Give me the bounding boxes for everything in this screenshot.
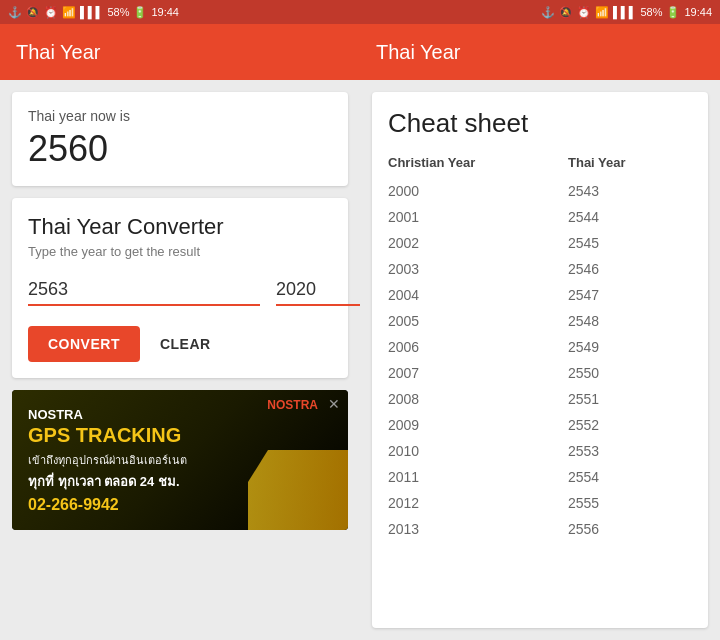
cheat-sheet-title: Cheat sheet	[388, 108, 692, 139]
thai-year-cell: 2553	[568, 438, 692, 464]
cheat-table-header: Christian Year Thai Year	[388, 151, 692, 178]
thai-year-cell: 2545	[568, 230, 692, 256]
right-panel: Cheat sheet Christian Year Thai Year 200…	[360, 80, 720, 640]
thai-year-cell: 2549	[568, 334, 692, 360]
thai-year-cell: 2546	[568, 256, 692, 282]
thai-year-cell: 2544	[568, 204, 692, 230]
current-year-label: Thai year now is	[28, 108, 332, 124]
thai-year-input[interactable]	[28, 275, 260, 306]
col1-header: Christian Year	[388, 151, 568, 178]
christian-year-cell: 2011	[388, 464, 568, 490]
ad-inner: NOSTRA ✕ NOSTRA GPS TRACKING เข้าถึงทุกอ…	[12, 390, 348, 530]
ad-truck-decoration	[248, 450, 348, 530]
bluetooth-icon-right: ⚓	[541, 6, 555, 19]
col2-header: Thai Year	[568, 151, 692, 178]
christian-year-cell: 2002	[388, 230, 568, 256]
christian-year-cell: 2003	[388, 256, 568, 282]
thai-year-cell: 2555	[568, 490, 692, 516]
signal-icon-right: ▌▌▌	[613, 6, 636, 18]
thai-year-cell: 2543	[568, 178, 692, 204]
status-bar-right: ⚓ 🔕 ⏰ 📶 ▌▌▌ 58% 🔋 19:44	[360, 0, 720, 24]
table-row: 20062549	[388, 334, 692, 360]
table-row: 20012544	[388, 204, 692, 230]
cheat-sheet-table: Christian Year Thai Year 200025432001254…	[388, 151, 692, 542]
thai-year-cell: 2554	[568, 464, 692, 490]
mute-icon: 🔕	[26, 6, 40, 19]
table-row: 20042547	[388, 282, 692, 308]
status-bar-left: ⚓ 🔕 ⏰ 📶 ▌▌▌ 58% 🔋 19:44	[0, 0, 360, 24]
ad-headline: GPS TRACKING	[28, 424, 332, 447]
table-row: 20122555	[388, 490, 692, 516]
cheat-table-body: 2000254320012544200225452003254620042547…	[388, 178, 692, 542]
left-panel: Thai year now is 2560 Thai Year Converte…	[0, 80, 360, 640]
alarm-icon: ⏰	[44, 6, 58, 19]
wifi-icon: 📶	[62, 6, 76, 19]
table-row: 20022545	[388, 230, 692, 256]
mute-icon-right: 🔕	[559, 6, 573, 19]
table-row: 20092552	[388, 412, 692, 438]
table-row: 20102553	[388, 438, 692, 464]
christian-year-cell: 2009	[388, 412, 568, 438]
app-bars: Thai Year Thai Year	[0, 24, 720, 80]
left-app-bar: Thai Year	[0, 24, 360, 80]
time-right: 19:44	[684, 6, 712, 18]
table-row: 20052548	[388, 308, 692, 334]
table-row: 20072550	[388, 360, 692, 386]
table-row: 20112554	[388, 464, 692, 490]
time-left: 19:44	[151, 6, 179, 18]
thai-year-cell: 2556	[568, 516, 692, 542]
battery-icon-left: 🔋	[133, 6, 147, 19]
converter-card: Thai Year Converter Type the year to get…	[12, 198, 348, 378]
table-row: 20132556	[388, 516, 692, 542]
converter-subtitle: Type the year to get the result	[28, 244, 332, 259]
converter-title: Thai Year Converter	[28, 214, 332, 240]
right-app-bar: Thai Year	[360, 24, 720, 80]
convert-button[interactable]: CONVERT	[28, 326, 140, 362]
ad-close-icon[interactable]: ✕	[328, 396, 340, 412]
left-app-title: Thai Year	[16, 41, 101, 64]
converter-inputs	[28, 275, 332, 306]
battery-icon-right: 🔋	[666, 6, 680, 19]
christian-year-cell: 2008	[388, 386, 568, 412]
thai-year-cell: 2547	[568, 282, 692, 308]
right-app-title: Thai Year	[376, 41, 461, 64]
thai-year-cell: 2548	[568, 308, 692, 334]
ad-banner: NOSTRA ✕ NOSTRA GPS TRACKING เข้าถึงทุกอ…	[12, 390, 348, 530]
wifi-icon-right: 📶	[595, 6, 609, 19]
christian-year-cell: 2007	[388, 360, 568, 386]
christian-year-cell: 2004	[388, 282, 568, 308]
status-bar: ⚓ 🔕 ⏰ 📶 ▌▌▌ 58% 🔋 19:44 ⚓ 🔕 ⏰ 📶 ▌▌▌ 58% …	[0, 0, 720, 24]
christian-year-cell: 2005	[388, 308, 568, 334]
christian-year-cell: 2013	[388, 516, 568, 542]
clear-button[interactable]: CLEAR	[156, 326, 215, 362]
alarm-icon-right: ⏰	[577, 6, 591, 19]
thai-year-cell: 2551	[568, 386, 692, 412]
converter-buttons: CONVERT CLEAR	[28, 326, 332, 362]
bluetooth-icon: ⚓	[8, 6, 22, 19]
ad-logo: NOSTRA	[267, 398, 318, 412]
table-row: 20032546	[388, 256, 692, 282]
battery-percent-right: 58%	[640, 6, 662, 18]
table-row: 20082551	[388, 386, 692, 412]
christian-year-cell: 2012	[388, 490, 568, 516]
thai-year-cell: 2552	[568, 412, 692, 438]
current-year-value: 2560	[28, 128, 332, 170]
current-year-card: Thai year now is 2560	[12, 92, 348, 186]
cheat-sheet-card: Cheat sheet Christian Year Thai Year 200…	[372, 92, 708, 628]
thai-year-cell: 2550	[568, 360, 692, 386]
christian-year-cell: 2001	[388, 204, 568, 230]
christian-year-cell: 2006	[388, 334, 568, 360]
christian-year-cell: 2010	[388, 438, 568, 464]
signal-icon: ▌▌▌	[80, 6, 103, 18]
main-content: Thai year now is 2560 Thai Year Converte…	[0, 80, 720, 640]
battery-percent-left: 58%	[107, 6, 129, 18]
christian-year-input[interactable]	[276, 275, 360, 306]
christian-year-cell: 2000	[388, 178, 568, 204]
table-row: 20002543	[388, 178, 692, 204]
